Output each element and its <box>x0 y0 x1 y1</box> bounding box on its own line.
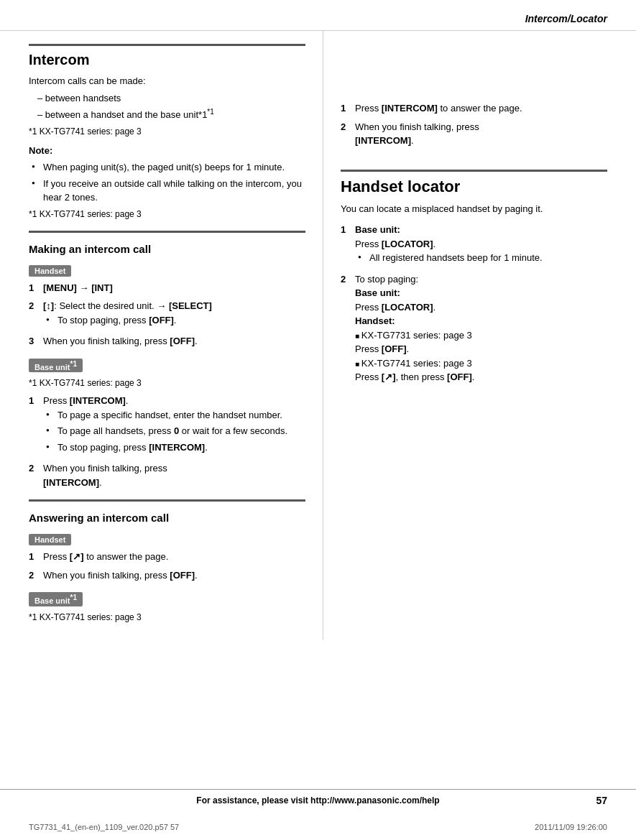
base-step-1: 1 Press [INTERCOM]. To page a specific h… <box>29 394 305 457</box>
footnote-base-making: *1 KX-TG7741 series: page 3 <box>29 377 305 389</box>
footer-assistance: For assistance, please visit http://www.… <box>29 795 607 806</box>
baseunit-badge-answering: Base unit*1 <box>29 592 83 606</box>
section-divider-making <box>29 231 305 233</box>
page-footer: For assistance, please visit http://www.… <box>0 789 636 811</box>
making-intercom-heading: Making an intercom call <box>29 243 305 255</box>
intercom-dash-list: between handsets between a handset and t… <box>29 91 305 122</box>
answering-handset-step-1: 1 Press [↗] to answer the page. <box>29 550 305 564</box>
base-step1-bullet-2: To page all handsets, press 0 or wait fo… <box>46 424 305 438</box>
base-step1-bullet-1: To page a specific handset, enter the ha… <box>46 408 305 423</box>
base-steps-making: 1 Press [INTERCOM]. To page a specific h… <box>29 394 305 489</box>
locator-step1-bullet: All registered handsets beep for 1 minut… <box>358 251 607 265</box>
page-title: Intercom/Locator <box>525 13 607 24</box>
note-bullet-1: When paging unit(s), the paged unit(s) b… <box>32 160 305 175</box>
dash-item-1: between handsets <box>37 91 305 106</box>
note-bullet-2: If you receive an outside call while tal… <box>32 177 305 205</box>
section-divider-intercom <box>29 44 305 46</box>
intercom-intro: Intercom calls can be made: <box>29 74 305 88</box>
left-column: Intercom Intercom calls can be made: bet… <box>0 31 323 640</box>
locator-step-1: 1 Base unit: Press [LOCATOR]. All regist… <box>341 223 607 268</box>
meta-right: 2011/11/09 19:26:00 <box>535 823 607 831</box>
black-square-2 <box>355 358 361 369</box>
black-square-1 <box>355 330 361 341</box>
handset-steps-making: 1 [MENU] → [INT] 2 [↕]: Select the desir… <box>29 281 305 349</box>
content-area: Intercom Intercom calls can be made: bet… <box>0 31 636 640</box>
right-column: 1 Press [INTERCOM] to answer the page. 2… <box>323 31 636 640</box>
locator-steps: 1 Base unit: Press [LOCATOR]. All regist… <box>341 223 607 384</box>
handset-step-2: 2 [↕]: Select the desired unit. → [SELEC… <box>29 299 305 330</box>
base-answering-step-1: 1 Press [INTERCOM] to answer the page. <box>341 101 607 116</box>
base-answering-steps: 1 Press [INTERCOM] to answer the page. 2… <box>341 101 607 148</box>
meta-left: TG7731_41_(en-en)_1109_ver.020.p57 57 <box>29 823 179 831</box>
answering-handset-step-2: 2 When you finish talking, press [OFF]. <box>29 568 305 583</box>
handset-badge-making: Handset <box>29 265 71 277</box>
handset-locator-intro: You can locate a misplaced handset by pa… <box>341 202 607 216</box>
page-header: Intercom/Locator <box>0 0 636 31</box>
handset-steps-answering: 1 Press [↗] to answer the page. 2 When y… <box>29 550 305 582</box>
handset-locator-heading: Handset locator <box>341 177 607 196</box>
base-step1-bullet-3: To stop paging, press [INTERCOM]. <box>46 440 305 455</box>
intercom-heading: Intercom <box>29 52 305 68</box>
base-answering-step-2: 2 When you finish talking, press[INTERCO… <box>341 120 607 148</box>
handset-step-3: 3 When you finish talking, press [OFF]. <box>29 334 305 349</box>
section-divider-locator <box>341 170 607 172</box>
handset-step-1: 1 [MENU] → [INT] <box>29 281 305 295</box>
note-bullet-list: When paging unit(s), the paged unit(s) b… <box>29 160 305 205</box>
section-divider-answering <box>29 499 305 502</box>
locator-step-2: 2 To stop paging: Base unit: Press [LOCA… <box>341 272 607 384</box>
page-container: Intercom/Locator Intercom Intercom calls… <box>0 0 636 840</box>
dash-item-2: between a handset and the base unit*1*1 <box>37 106 305 122</box>
footnote-base-answering: *1 KX-TG7741 series: page 3 <box>29 611 305 624</box>
meta-footer: TG7731_41_(en-en)_1109_ver.020.p57 57 20… <box>29 823 607 831</box>
footnote-2: *1 KX-TG7741 series: page 3 <box>29 208 305 221</box>
page-number: 57 <box>596 795 607 806</box>
note-label: Note: <box>29 144 305 158</box>
baseunit-badge-making: Base unit*1 <box>29 359 83 373</box>
base-step-2: 2 When you finish talking, press[INTERCO… <box>29 461 305 489</box>
step2-bullet: To stop paging, press [OFF]. <box>46 313 305 328</box>
handset-badge-answering: Handset <box>29 534 71 545</box>
answering-intercom-heading: Answering an intercom call <box>29 512 305 524</box>
footnote-1: *1 KX-TG7741 series: page 3 <box>29 125 305 138</box>
